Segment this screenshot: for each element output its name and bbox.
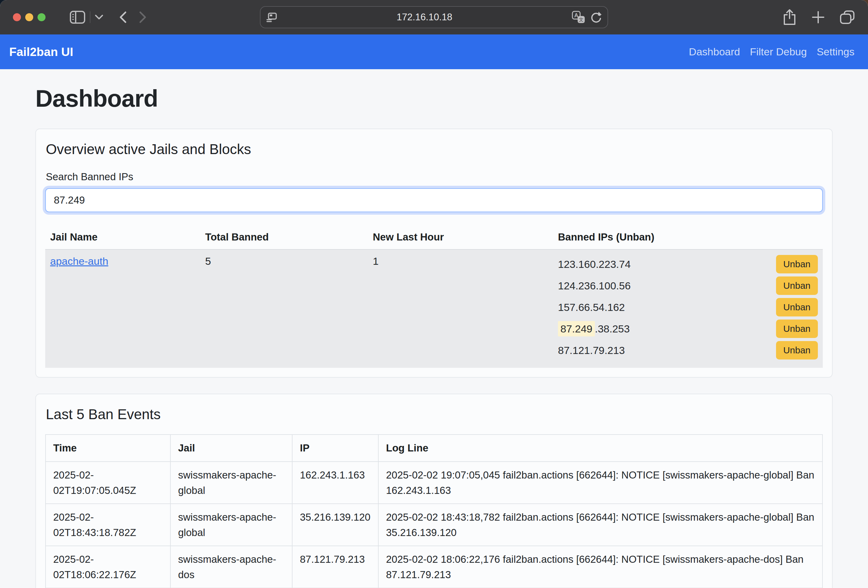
brand-link[interactable]: Fail2ban UI [9, 45, 73, 59]
ban-events-card: Last 5 Ban Events Time Jail IP Log Line … [35, 393, 833, 588]
total-banned-value: 5 [200, 250, 368, 368]
search-match-highlight: 87.249 [558, 321, 595, 336]
new-last-hour-value: 1 [368, 250, 553, 368]
column-header-time: Time [46, 435, 170, 461]
ban-events-card-title: Last 5 Ban Events [46, 406, 823, 423]
banned-ip-row: 157.66.54.162 Unban [558, 296, 818, 318]
unban-button[interactable]: Unban [776, 320, 818, 338]
unban-button[interactable]: Unban [776, 341, 818, 360]
translate-button[interactable]: A 文 [572, 11, 585, 24]
plus-icon [811, 10, 825, 24]
event-log-line: 2025-02-02 18:43:18,782 fail2ban.actions… [378, 504, 822, 546]
minimize-window-icon[interactable] [25, 13, 33, 21]
events-header-row: Time Jail IP Log Line [46, 435, 822, 461]
sidebar-toggle-button[interactable] [69, 10, 86, 24]
page-settings-button[interactable] [266, 12, 277, 22]
column-header-total-banned: Total Banned [200, 227, 368, 249]
column-header-jail: Jail [170, 435, 292, 461]
back-button[interactable] [120, 11, 127, 24]
column-header-new-last-hour: New Last Hour [368, 227, 553, 249]
event-ip: 162.243.1.163 [292, 461, 378, 504]
event-log-line: 2025-02-02 18:06:22,176 fail2ban.actions… [378, 546, 822, 588]
browser-toolbar: 172.16.10.18 A 文 [0, 0, 868, 34]
address-bar[interactable]: 172.16.10.18 A 文 [260, 6, 608, 28]
sidebar-icon [69, 10, 86, 24]
column-header-ip: IP [292, 435, 378, 461]
app-navbar: Fail2ban UI Dashboard Filter Debug Setti… [0, 34, 868, 69]
ban-events-table: Time Jail IP Log Line 2025-02-02T19:07:0… [45, 434, 823, 588]
event-ip: 87.121.79.213 [292, 546, 378, 588]
share-button[interactable] [782, 8, 797, 26]
event-time: 2025-02-02T18:06:22.176Z [46, 546, 170, 588]
banned-ip-row: 87.249.38.253 Unban [558, 318, 818, 339]
chevron-right-icon [139, 11, 146, 24]
svg-text:文: 文 [579, 17, 583, 22]
overview-card: Overview active Jails and Blocks Search … [35, 128, 833, 378]
unban-button[interactable]: Unban [776, 255, 818, 273]
event-jail: swissmakers-apache-dos [170, 546, 292, 588]
nav-link-dashboard[interactable]: Dashboard [684, 46, 745, 58]
column-header-log-line: Log Line [378, 435, 822, 461]
event-time: 2025-02-02T18:43:18.782Z [46, 504, 170, 546]
banned-ip: 124.236.100.56 [558, 280, 630, 292]
overview-card-title: Overview active Jails and Blocks [46, 141, 823, 158]
chevron-left-icon [120, 11, 127, 24]
jail-table-row: apache-auth 5 1 123.160.223.74 Unban 124… [45, 250, 823, 368]
event-ip: 35.216.139.120 [292, 504, 378, 546]
banned-ip-highlighted: 87.249.38.253 [558, 323, 630, 335]
window-controls [13, 13, 46, 21]
browser-window: 172.16.10.18 A 文 [0, 0, 868, 588]
banned-ip-rest: .38.253 [595, 323, 630, 335]
jail-table-header: Jail Name Total Banned New Last Hour Ban… [45, 227, 823, 250]
unban-button[interactable]: Unban [776, 277, 818, 295]
toolbar-divider [90, 11, 90, 23]
event-time: 2025-02-02T19:07:05.045Z [46, 461, 170, 504]
banned-ips-cell: 123.160.223.74 Unban 124.236.100.56 Unba… [553, 250, 823, 368]
banned-ip-row: 124.236.100.56 Unban [558, 275, 818, 296]
close-window-icon[interactable] [13, 13, 21, 21]
page-content: Dashboard Overview active Jails and Bloc… [35, 85, 833, 588]
nav-link-settings[interactable]: Settings [812, 46, 855, 58]
page-settings-icon [266, 12, 277, 22]
jail-name-link[interactable]: apache-auth [50, 255, 108, 267]
tabs-icon [840, 10, 855, 24]
page-title: Dashboard [35, 85, 833, 112]
search-banned-ips-label: Search Banned IPs [46, 171, 823, 183]
banned-ip-row: 87.121.79.213 Unban [558, 339, 818, 361]
nav-links: Dashboard Filter Debug Settings [684, 46, 855, 58]
tab-overview-button[interactable] [840, 10, 855, 24]
reload-icon [590, 11, 602, 24]
banned-ip: 157.66.54.162 [558, 301, 625, 313]
chevron-down-icon [95, 15, 103, 20]
event-row: 2025-02-02T19:07:05.045Z swissmakers-apa… [46, 461, 822, 504]
forward-button[interactable] [139, 11, 146, 24]
url-text: 172.16.10.18 [277, 12, 572, 23]
sidebar-menu-button[interactable] [95, 15, 103, 20]
svg-text:A: A [574, 12, 578, 18]
nav-link-filter-debug[interactable]: Filter Debug [745, 46, 812, 58]
translate-icon: A 文 [572, 11, 585, 24]
banned-ip-row: 123.160.223.74 Unban [558, 253, 818, 275]
banned-ip: 87.121.79.213 [558, 345, 625, 357]
column-header-jail-name: Jail Name [45, 227, 200, 249]
search-banned-ips-input[interactable] [45, 188, 823, 212]
zoom-window-icon[interactable] [37, 13, 46, 21]
event-jail: swissmakers-apache-global [170, 461, 292, 504]
event-jail: swissmakers-apache-global [170, 504, 292, 546]
banned-ip: 123.160.223.74 [558, 258, 630, 270]
new-tab-button[interactable] [811, 10, 825, 24]
column-header-banned-ips: Banned IPs (Unban) [553, 227, 823, 249]
reload-button[interactable] [590, 11, 602, 24]
event-row: 2025-02-02T18:43:18.782Z swissmakers-apa… [46, 504, 822, 546]
share-icon [782, 8, 797, 26]
unban-button[interactable]: Unban [776, 298, 818, 317]
event-row: 2025-02-02T18:06:22.176Z swissmakers-apa… [46, 546, 822, 588]
event-log-line: 2025-02-02 19:07:05,045 fail2ban.actions… [378, 461, 822, 504]
